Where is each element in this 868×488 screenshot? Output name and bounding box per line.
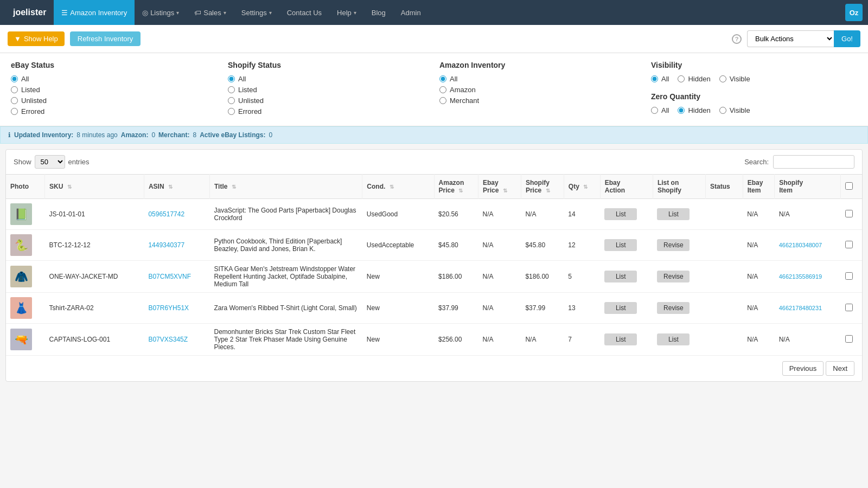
col-title[interactable]: Title ⇅ (209, 175, 362, 199)
col-qty[interactable]: Qty ⇅ (564, 175, 600, 199)
visibility-hidden-option[interactable]: Hidden (678, 75, 710, 83)
brand-logo[interactable]: joelister (5, 8, 54, 17)
title-cell: Zara Women's Ribbed T-Shirt (Light Coral… (209, 293, 362, 324)
asin-cell[interactable]: B07VXS345Z (144, 324, 209, 356)
search-input[interactable] (773, 155, 854, 169)
asin-link[interactable]: 0596517742 (148, 210, 184, 218)
shopify-item-cell[interactable]: 4662178480231 (775, 293, 841, 324)
row-checkbox[interactable] (845, 241, 853, 248)
list-shopify-button[interactable]: List (657, 333, 690, 345)
ebay-action-button[interactable]: List (604, 302, 637, 314)
user-avatar[interactable]: Oz (845, 4, 863, 21)
nav-sales[interactable]: 🏷 Sales ▾ (187, 0, 234, 25)
list-shopify-cell[interactable]: Revise (653, 261, 705, 293)
col-shopify-item: ShopifyItem (775, 175, 841, 199)
amazon-amazon-option[interactable]: Amazon (439, 86, 640, 94)
nav-admin[interactable]: Admin (393, 0, 429, 25)
ebay-all-option[interactable]: All (11, 75, 217, 83)
nav-settings[interactable]: Settings ▾ (234, 0, 279, 25)
shopify-item-link[interactable]: 4662135586919 (779, 273, 822, 280)
go-button[interactable]: Go! (834, 30, 860, 47)
col-shopify-price[interactable]: ShopifyPrice ⇅ (521, 175, 564, 199)
nav-contact-us[interactable]: Contact Us (279, 0, 329, 25)
ebay-unlisted-option[interactable]: Unlisted (11, 97, 217, 105)
asin-cell[interactable]: 1449340377 (144, 230, 209, 261)
shopify-item-link[interactable]: 4662178480231 (779, 305, 822, 311)
row-checkbox[interactable] (845, 210, 853, 217)
ebay-action-cell[interactable]: List (600, 293, 653, 324)
ebay-action-cell[interactable]: List (600, 261, 653, 293)
row-checkbox-cell[interactable] (841, 199, 862, 230)
ebay-listed-option[interactable]: Listed (11, 86, 217, 94)
shopify-errored-option[interactable]: Errored (228, 107, 429, 115)
show-help-button[interactable]: ▼ Show Help (8, 31, 65, 46)
visibility-all-option[interactable]: All (651, 75, 669, 83)
ebay-action-button[interactable]: List (604, 333, 637, 345)
list-shopify-cell[interactable]: Revise (653, 293, 705, 324)
ebay-action-button[interactable]: List (604, 271, 637, 282)
previous-button[interactable]: Previous (782, 361, 824, 376)
entries-select[interactable]: 10 25 50 100 (35, 155, 65, 169)
refresh-inventory-button[interactable]: Refresh Inventory (70, 31, 141, 46)
list-shopify-cell[interactable]: List (653, 324, 705, 356)
title-cell: JavaScript: The Good Parts [Paperback] D… (209, 199, 362, 230)
col-select-all[interactable] (841, 175, 862, 199)
select-all-checkbox[interactable] (845, 182, 853, 190)
shopify-listed-option[interactable]: Listed (228, 86, 429, 94)
nav-amazon-inventory[interactable]: ☰ Amazon Inventory (54, 0, 135, 25)
shopify-all-option[interactable]: All (228, 75, 429, 83)
row-checkbox-cell[interactable] (841, 324, 862, 356)
list-shopify-cell[interactable]: Revise (653, 230, 705, 261)
asin-cell[interactable]: 0596517742 (144, 199, 209, 230)
ebay-item-cell: N/A (743, 293, 774, 324)
list-shopify-button[interactable]: List (657, 208, 690, 220)
asin-cell[interactable]: B07CM5XVNF (144, 261, 209, 293)
col-sku[interactable]: SKU ⇅ (45, 175, 144, 199)
asin-link[interactable]: B07VXS345Z (148, 336, 188, 343)
zero-all-option[interactable]: All (651, 106, 669, 114)
ebay-action-cell[interactable]: List (600, 324, 653, 356)
ebay-action-button[interactable]: List (604, 239, 637, 251)
asin-link[interactable]: 1449340377 (148, 241, 184, 249)
ebay-action-button[interactable]: List (604, 208, 637, 220)
row-checkbox-cell[interactable] (841, 293, 862, 324)
row-checkbox[interactable] (845, 304, 853, 311)
shopify-status-filter: Shopify Status All Listed Unlisted Error… (222, 61, 434, 118)
list-shopify-button[interactable]: Revise (657, 239, 690, 251)
ebay-action-cell[interactable]: List (600, 199, 653, 230)
asin-cell[interactable]: B07R6YH51X (144, 293, 209, 324)
photo-cell: 👗 (6, 293, 45, 324)
shopify-item-cell[interactable]: 4662135586919 (775, 261, 841, 293)
nav-label: Help (337, 9, 352, 17)
col-cond[interactable]: Cond. ⇅ (362, 175, 434, 199)
ebay-errored-option[interactable]: Errored (11, 107, 217, 115)
nav-listings[interactable]: ◎ Listings ▾ (135, 0, 187, 25)
list-shopify-button[interactable]: Revise (657, 271, 690, 282)
list-shopify-button[interactable]: Revise (657, 302, 690, 314)
list-shopify-cell[interactable]: List (653, 199, 705, 230)
col-asin[interactable]: ASIN ⇅ (144, 175, 209, 199)
nav-help[interactable]: Help ▾ (329, 0, 364, 25)
asin-link[interactable]: B07CM5XVNF (148, 273, 191, 280)
zero-visible-option[interactable]: Visible (719, 106, 750, 114)
col-amazon-price[interactable]: AmazonPrice ⇅ (434, 175, 478, 199)
col-ebay-price[interactable]: EbayPrice ⇅ (478, 175, 521, 199)
nav-blog[interactable]: Blog (364, 0, 393, 25)
amazon-merchant-option[interactable]: Merchant (439, 97, 640, 105)
shopify-item-cell[interactable]: 4662180348007 (775, 230, 841, 261)
next-button[interactable]: Next (826, 361, 854, 376)
row-checkbox-cell[interactable] (841, 261, 862, 293)
bulk-actions-select[interactable]: Bulk Actions List on eBay List on Shopif… (747, 30, 834, 47)
shopify-unlisted-option[interactable]: Unlisted (228, 97, 429, 105)
help-icon[interactable]: ? (732, 34, 742, 44)
ebay-action-cell[interactable]: List (600, 230, 653, 261)
row-checkbox[interactable] (845, 272, 853, 280)
shopify-item-link[interactable]: 4662180348007 (779, 242, 822, 248)
row-checkbox[interactable] (845, 335, 853, 343)
zero-hidden-option[interactable]: Hidden (678, 106, 710, 114)
row-checkbox-cell[interactable] (841, 230, 862, 261)
visibility-visible-option[interactable]: Visible (719, 75, 750, 83)
amazon-all-option[interactable]: All (439, 75, 640, 83)
active-label: Active eBay Listings: (200, 131, 265, 139)
asin-link[interactable]: B07R6YH51X (148, 304, 189, 312)
